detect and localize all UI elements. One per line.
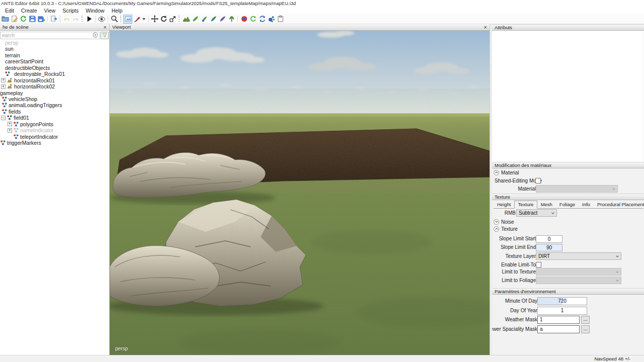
tree-item-horizontalrock01[interactable]: horizontalRock01 — [0, 77, 109, 83]
limit-to-foliage-select[interactable] — [536, 277, 621, 284]
close-viewport-icon[interactable] — [484, 25, 487, 30]
menu-help[interactable]: Help — [111, 7, 124, 14]
foliage-paint-icon[interactable] — [209, 15, 218, 24]
tree-item-triggermarkers[interactable]: triggerMarkers — [0, 140, 109, 146]
expand-icon[interactable] — [1, 78, 6, 82]
texture-layer-select[interactable]: DIRT — [536, 252, 621, 260]
texture-collapse-label: Texture — [501, 226, 518, 232]
scale-icon[interactable] — [168, 15, 177, 24]
transform-group-icon — [2, 109, 7, 114]
tree-item-gameplay[interactable]: gameplay — [0, 90, 109, 96]
tree-item-persp[interactable]: persp — [0, 40, 109, 46]
material-select[interactable] — [536, 185, 618, 193]
tree-item-polygonpoints[interactable]: polygonPoints — [0, 121, 109, 127]
recycle-icon[interactable] — [258, 15, 267, 24]
transform-group-icon — [5, 71, 10, 76]
tab-mesh[interactable]: Mesh — [537, 201, 556, 209]
rock-node-icon — [7, 84, 12, 89]
selection-tool-icon[interactable] — [123, 15, 132, 24]
menu-edit[interactable]: Edit — [4, 7, 15, 14]
tree-item-sun[interactable]: sun — [0, 46, 109, 52]
terrain-smooth-icon[interactable] — [191, 15, 200, 24]
toolbar-separator — [82, 16, 83, 22]
enable-limit-to-checkbox[interactable] — [536, 262, 541, 267]
page-edit-icon[interactable] — [10, 15, 19, 24]
tree-brush-icon[interactable] — [227, 15, 236, 24]
info-badge-icon[interactable] — [239, 15, 249, 24]
viewer-spaciality-mask-browse-button[interactable]: ... — [581, 325, 590, 333]
script-paw-icon[interactable] — [267, 15, 276, 24]
search-input[interactable] — [0, 32, 100, 39]
toolbar-separator — [179, 16, 180, 22]
rotate-icon[interactable] — [159, 15, 168, 24]
undo-icon[interactable] — [62, 15, 71, 24]
tree-item-destroyable-rocks01[interactable]: destroyable_Rocks01 — [0, 71, 109, 77]
menu-window[interactable]: Window — [85, 7, 105, 14]
tab-procedural-placement[interactable]: Procedural Placement — [594, 201, 644, 209]
collapse-icon[interactable] — [1, 116, 6, 120]
tree-item-careerstartpoint[interactable]: careerStartPoint — [0, 58, 109, 64]
menu-view[interactable]: View — [43, 7, 57, 14]
expand-icon[interactable] — [8, 128, 12, 133]
save-icon[interactable] — [28, 15, 37, 24]
shared-editing-checkbox[interactable] — [535, 178, 541, 184]
play-icon[interactable] — [85, 15, 94, 24]
tree-item-label: animalLoadingTriggers — [9, 102, 62, 109]
refresh-c-icon[interactable] — [249, 15, 258, 24]
tab-height[interactable]: Height — [494, 201, 514, 209]
menu-scripts[interactable]: Scripts — [61, 7, 79, 14]
transform-group-icon — [14, 134, 19, 139]
transform-group-icon — [14, 128, 19, 133]
tree-item-teleportindicator[interactable]: teleportIndicator — [0, 134, 109, 140]
brush-icon[interactable] — [132, 15, 141, 24]
day-of-year-input[interactable]: 1 — [537, 307, 587, 315]
texture-layer-value: DIRT — [538, 253, 550, 259]
tree-item-nameindicator[interactable]: nameIndicator — [0, 127, 109, 133]
save-plus-icon[interactable] — [37, 15, 46, 24]
attributes-empty-area — [492, 31, 643, 162]
viewer-spaciality-mask-input[interactable]: a — [537, 325, 580, 333]
viewport-scene[interactable] — [110, 31, 490, 355]
close-scenegraph-icon[interactable] — [104, 25, 107, 30]
tab-foliage[interactable]: Foliage — [556, 201, 579, 209]
reload-icon[interactable] — [19, 15, 28, 24]
material-collapse[interactable]: Material — [494, 169, 644, 176]
brush-dropdown-caret-icon[interactable] — [142, 18, 145, 20]
tree-item-destructibleobjects[interactable]: destructibleObjects — [0, 65, 109, 71]
weather-mask-input[interactable]: 1 — [537, 316, 580, 324]
viewer-spaciality-mask-row: Viewer Spaciality Maska... — [492, 325, 644, 333]
clipboard-icon[interactable] — [276, 15, 285, 24]
filter-icon[interactable] — [101, 32, 109, 39]
status-bar: NavSpeed 48 +/- — [0, 355, 644, 362]
noise-collapse[interactable]: Noise — [494, 218, 644, 225]
export-page-icon[interactable] — [49, 15, 58, 24]
terrain-detail-icon[interactable] — [218, 15, 227, 24]
eye-icon[interactable] — [97, 15, 106, 24]
open-folder-icon[interactable] — [1, 15, 10, 24]
tree-item-horizontalrock02[interactable]: horizontalRock02 — [0, 83, 109, 89]
menu-create[interactable]: Create — [20, 7, 38, 14]
terrain-sculpt-icon[interactable] — [182, 15, 191, 24]
slope-limit-start-input[interactable]: 0 — [536, 235, 562, 243]
tree-item-terrain[interactable]: terrain — [0, 52, 109, 58]
terrain-paint-icon[interactable] — [200, 15, 209, 24]
move-icon[interactable] — [150, 15, 159, 24]
tree-item-fields[interactable]: fields — [0, 109, 109, 115]
tab-info[interactable]: Info — [579, 201, 594, 209]
texture-collapse[interactable]: Texture — [494, 225, 644, 232]
rmb-mode-select[interactable]: Subtract — [516, 209, 557, 217]
tree-item-animalloadingtriggers[interactable]: animalLoadingTriggers — [0, 102, 109, 108]
tree-item-vehicleshop[interactable]: vehicleShop — [0, 96, 109, 102]
clear-search-icon[interactable] — [93, 32, 98, 38]
zoom-icon[interactable] — [110, 15, 119, 24]
redo-icon[interactable] — [71, 15, 80, 24]
slope-limit-end-input[interactable]: 90 — [536, 244, 562, 251]
weather-mask-browse-button[interactable]: ... — [581, 316, 590, 324]
expand-icon[interactable] — [1, 84, 6, 89]
tab-texture[interactable]: Texture — [514, 201, 537, 209]
limit-to-texture-select[interactable] — [536, 268, 621, 276]
expand-icon[interactable] — [8, 122, 12, 126]
tree-item-field01[interactable]: field01 — [0, 115, 109, 121]
minute-of-day-input[interactable]: 720 — [537, 297, 587, 305]
limit-to-texture-row: Limit to Texture — [492, 268, 644, 276]
